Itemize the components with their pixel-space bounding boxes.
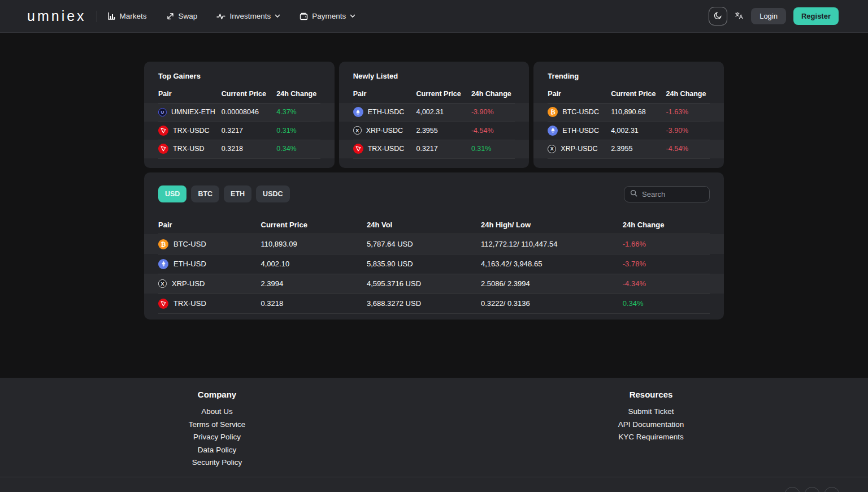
newly-listed-card: Newly Listed Pair Current Price 24h Chan… [339, 62, 530, 168]
footer-link-api-documentation[interactable]: API Documentation [434, 418, 868, 431]
table-rows: ₿ BTC-USDC 110,890.68 -1.63% ETH-USDC 4,… [548, 103, 710, 158]
social-icon[interactable] [804, 487, 820, 492]
activity-icon [216, 12, 225, 20]
pair-label: TRX-USDC [173, 127, 210, 135]
trx-coin-icon [158, 126, 168, 136]
change-value: -4.54% [666, 145, 710, 153]
markets-table-header: Pair Current Price 24h Vol 24h High/ Low… [158, 215, 710, 234]
footer-company-column: Company About Us Terms of Service Privac… [0, 390, 434, 477]
volume-24h: 5,835.90 USD [367, 260, 481, 268]
table-row[interactable]: ETH-USDC 4,002.31 -3.90% [533, 122, 724, 140]
table-row[interactable]: ₿ BTC-USD 110,893.09 5,787.64 USD 112,77… [144, 234, 724, 254]
footer-link-submit-ticket[interactable]: Submit Ticket [434, 405, 868, 418]
pair-label: TRX-USDC [368, 145, 405, 153]
high-low-24h: 112,772.12/ 110,447.54 [481, 240, 623, 248]
table-row[interactable]: ETH-USDC 4,002.31 -3.90% [339, 103, 530, 122]
card-title: Trending [548, 72, 710, 80]
footer-resources-column: Resources Submit Ticket API Documentatio… [434, 390, 868, 477]
current-price: 0.00008046 [222, 108, 276, 116]
high-low-24h: 2.5086/ 2.3994 [481, 279, 623, 288]
table-row[interactable]: U UMNIEX-ETH 0.00008046 4.37% [144, 103, 335, 122]
change-value: 0.34% [276, 145, 320, 153]
column-header-volume: 24h Vol [367, 221, 481, 229]
table-row[interactable]: TRX-USD 0.3218 3,688.3272 USD 0.3222/ 0.… [144, 294, 724, 313]
change-value: 0.31% [276, 127, 320, 135]
current-price: 4,002.10 [261, 260, 367, 268]
theme-toggle-button[interactable] [709, 7, 727, 25]
footer-link-kyc-requirements[interactable]: KYC Requirements [434, 431, 868, 444]
current-price: 0.3218 [261, 299, 367, 308]
footer-link-data-policy[interactable]: Data Policy [0, 444, 434, 457]
logo-divider [97, 11, 97, 22]
column-header-change: 24h Change [623, 221, 710, 229]
change-value: -1.63% [666, 108, 710, 116]
footer-link-privacy-policy[interactable]: Privacy Policy [0, 431, 434, 444]
login-button[interactable]: Login [751, 8, 786, 24]
table-row[interactable]: TRX-USD 0.3218 0.34% [144, 140, 335, 158]
volume-24h: 3,688.3272 USD [367, 299, 481, 308]
search-box[interactable] [624, 186, 710, 202]
pair-label: TRX-USD [173, 145, 205, 153]
table-row[interactable]: X XRP-USDC 2.3955 -4.54% [339, 122, 530, 140]
column-header-price: Current Price [611, 90, 666, 98]
nav-item-payments[interactable]: Payments [300, 12, 355, 20]
footer-link-about-us[interactable]: About Us [0, 405, 434, 418]
change-value: -3.78% [623, 260, 710, 268]
filter-usdc-button[interactable]: USDC [256, 185, 289, 202]
column-header-pair: Pair [353, 90, 416, 98]
table-row[interactable]: ETH-USD 4,002.10 5,835.90 USD 4,163.42/ … [144, 254, 724, 274]
change-value: -3.90% [666, 127, 710, 135]
eth-coin-icon [548, 126, 558, 136]
search-input[interactable] [642, 190, 704, 198]
card-title: Top Gainers [158, 72, 320, 80]
filter-btc-button[interactable]: BTC [191, 185, 219, 202]
trx-coin-icon [158, 144, 168, 154]
footer-heading: Resources [434, 390, 868, 399]
footer-link-terms-of-service[interactable]: Terms of Service [0, 418, 434, 431]
nav-item-markets[interactable]: Markets [107, 12, 147, 20]
social-icon[interactable] [824, 487, 840, 492]
high-low-24h: 4,163.42/ 3,948.65 [481, 260, 623, 268]
quote-filter-row: USD BTC ETH USDC [158, 185, 710, 202]
brand-logo[interactable]: umniex [27, 8, 86, 24]
language-toggle-button[interactable] [735, 11, 744, 21]
nav-item-investments[interactable]: Investments [216, 12, 280, 20]
social-icon[interactable] [784, 487, 800, 492]
column-header-change: 24h Change [666, 90, 710, 98]
pair-label: BTC-USD [173, 240, 206, 248]
filter-eth-button[interactable]: ETH [224, 185, 251, 202]
change-value: 0.34% [623, 299, 710, 308]
table-row[interactable]: X XRP-USDC 2.3955 -4.54% [533, 140, 724, 158]
trending-card: Trending Pair Current Price 24h Change ₿… [533, 62, 724, 168]
search-icon [630, 189, 637, 199]
column-header-high-low: 24h High/ Low [481, 221, 623, 229]
volume-24h: 5,787.64 USD [367, 240, 481, 248]
pair-label: XRP-USDC [561, 145, 597, 153]
column-header-change: 24h Change [276, 90, 320, 98]
current-price: 110,890.68 [611, 108, 666, 116]
nav-item-swap[interactable]: Swap [166, 12, 198, 20]
pair-label: ETH-USDC [562, 127, 599, 135]
table-row[interactable]: ₿ BTC-USDC 110,890.68 -1.63% [533, 103, 724, 122]
nav-item-label: Investments [229, 12, 271, 20]
table-row[interactable]: TRX-USDC 0.3217 0.31% [339, 140, 530, 158]
pair-label: XRP-USDC [366, 127, 403, 135]
change-value: -1.66% [623, 240, 710, 248]
chevron-down-icon [275, 14, 280, 18]
nav-item-label: Swap [179, 12, 198, 20]
table-row[interactable]: X XRP-USD 2.3994 4,595.3716 USD 2.5086/ … [144, 274, 724, 294]
xrp-coin-icon: X [353, 126, 362, 135]
translate-icon [735, 11, 744, 21]
pair-label: TRX-USD [173, 299, 206, 308]
table-header: Pair Current Price 24h Change [158, 85, 320, 103]
trx-coin-icon [353, 144, 363, 154]
nav-actions: Login Register [709, 7, 839, 25]
table-row[interactable]: TRX-USDC 0.3217 0.31% [144, 122, 335, 140]
register-button[interactable]: Register [793, 7, 839, 25]
filter-usd-button[interactable]: USD [158, 185, 186, 202]
markets-table-rows: ₿ BTC-USD 110,893.09 5,787.64 USD 112,77… [158, 234, 710, 313]
column-header-pair: Pair [548, 90, 611, 98]
wallet-icon [300, 12, 308, 20]
footer-link-security-policy[interactable]: Security Policy [0, 456, 434, 469]
nav-item-label: Payments [312, 12, 346, 20]
